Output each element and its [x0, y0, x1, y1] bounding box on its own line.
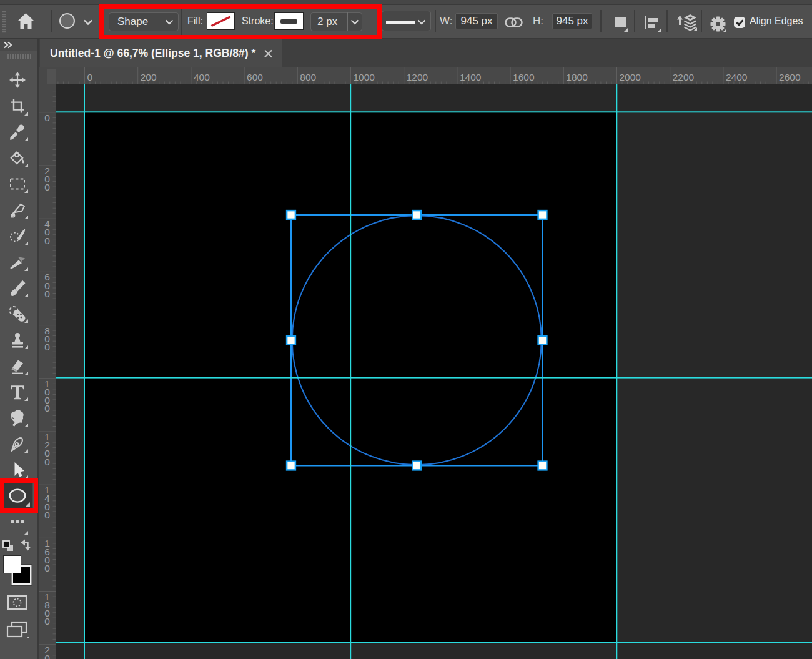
svg-text:2200: 2200: [673, 72, 695, 82]
svg-text:1200: 1200: [407, 72, 428, 82]
svg-text:0: 0: [44, 403, 50, 414]
svg-text:2000: 2000: [620, 72, 641, 82]
svg-text:1800: 1800: [566, 72, 588, 82]
svg-text:2600: 2600: [779, 72, 801, 82]
svg-text:1600: 1600: [513, 72, 535, 82]
svg-text:1400: 1400: [460, 72, 482, 82]
svg-text:0: 0: [44, 182, 50, 192]
svg-text:0: 0: [44, 563, 50, 573]
svg-text:800: 800: [300, 72, 316, 82]
svg-text:0: 0: [44, 235, 50, 246]
svg-text:200: 200: [141, 72, 157, 82]
svg-text:0: 0: [44, 289, 50, 299]
svg-text:2400: 2400: [726, 72, 748, 82]
svg-text:600: 600: [247, 72, 263, 82]
svg-text:400: 400: [194, 72, 210, 82]
svg-text:0: 0: [44, 510, 50, 520]
svg-text:1000: 1000: [354, 72, 375, 82]
svg-text:0: 0: [44, 457, 50, 467]
svg-text:0: 0: [87, 72, 93, 82]
svg-text:0: 0: [44, 616, 50, 627]
svg-text:0: 0: [44, 112, 50, 123]
svg-text:0: 0: [44, 342, 50, 352]
svg-text:0: 0: [44, 653, 50, 659]
